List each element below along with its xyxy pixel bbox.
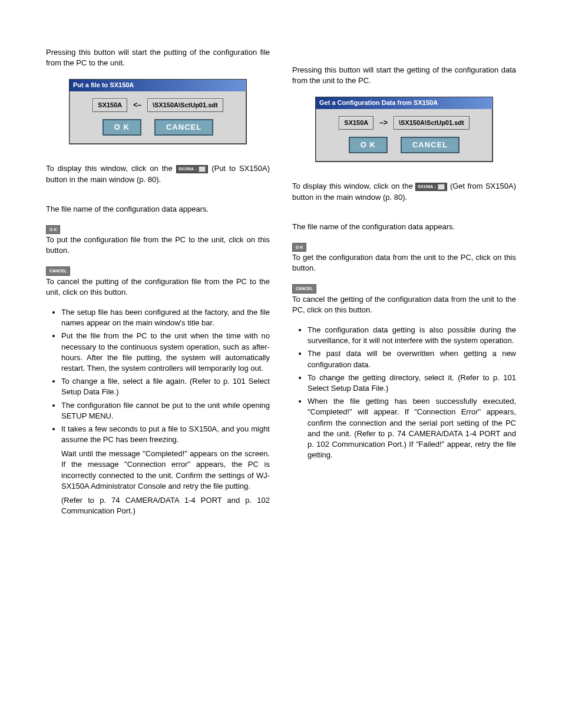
cancel-button[interactable]: CANCEL [154,119,213,136]
cancel-description: To cancel the putting of the configurati… [46,276,270,298]
ok-small-button[interactable]: O K [46,225,60,235]
list-item: It takes a few seconds to put a file to … [61,424,270,517]
get-config-dialog: Get a Configuration Data from SX150A SX1… [315,97,493,162]
monitor-icon [438,184,445,190]
display-instruction: To display this window, click on the SX1… [46,163,270,185]
right-column: Pressing this button will start the gett… [292,47,516,522]
monitor-icon [199,166,206,172]
list-item: The configuration data getting is also p… [308,325,516,346]
list-item: To change a file, select a file again. (… [61,376,270,397]
list-item: The configuration file cannot be put to … [61,400,270,421]
arrow-left-icon: <– [133,100,141,110]
file-row: SX150A –> \SX150A\SctUp01.sdt [339,116,469,130]
ok-button[interactable]: O K [103,119,141,136]
list-item: Put the file from the PC to the unit whe… [61,331,270,374]
device-field: SX150A [92,98,127,112]
device-field: SX150A [339,116,373,130]
cancel-small-button[interactable]: CANCEL [292,284,316,294]
path-field: \SX150A\SctUp01.sdt [147,98,223,112]
dialog-title: Put a file to SX150A [70,80,246,91]
ok-small-button[interactable]: O K [292,243,306,252]
intro-text: Pressing this button will start the gett… [292,65,516,86]
list-item: The setup file has been configured at th… [61,307,270,328]
list-item: To change the getting directory, select … [308,373,516,394]
ok-button[interactable]: O K [349,137,388,153]
path-field: \SX150A\SctUp01.sdt [394,116,470,130]
put-to-sx150a-icon: SX150A ↓ [176,165,208,173]
left-column: Pressing this button will start the putt… [46,47,270,522]
notes-list: The configuration data getting is also p… [292,325,516,460]
put-file-dialog: Put a file to SX150A SX150A <– \SX150A\S… [69,79,247,144]
arrow-right-icon: –> [379,118,388,128]
notes-list: The setup file has been configured at th… [46,307,270,516]
cancel-button[interactable]: CANCEL [401,137,459,153]
list-item: The past data will be overwritten when g… [308,348,516,370]
dialog-title: Get a Configuration Data from SX150A [316,97,492,108]
ok-description: To get the configuration data from the u… [292,252,516,274]
list-item: When the file getting has been successfu… [308,396,516,460]
ok-description: To put the configuration file from the P… [46,235,270,256]
file-row: SX150A <– \SX150A\SctUp01.sdt [92,98,223,112]
get-from-sx150a-icon: SX150A ↓ [415,183,447,191]
filename-line: The file name of the configuration data … [292,222,516,232]
cancel-small-button[interactable]: CANCEL [46,266,70,276]
filename-line: The file name of the configuration data … [46,204,270,215]
display-instruction: To display this window, click on the SX1… [292,181,516,202]
intro-text: Pressing this button will start the putt… [46,47,270,68]
cancel-description: To cancel the getting of the configurati… [292,294,516,315]
